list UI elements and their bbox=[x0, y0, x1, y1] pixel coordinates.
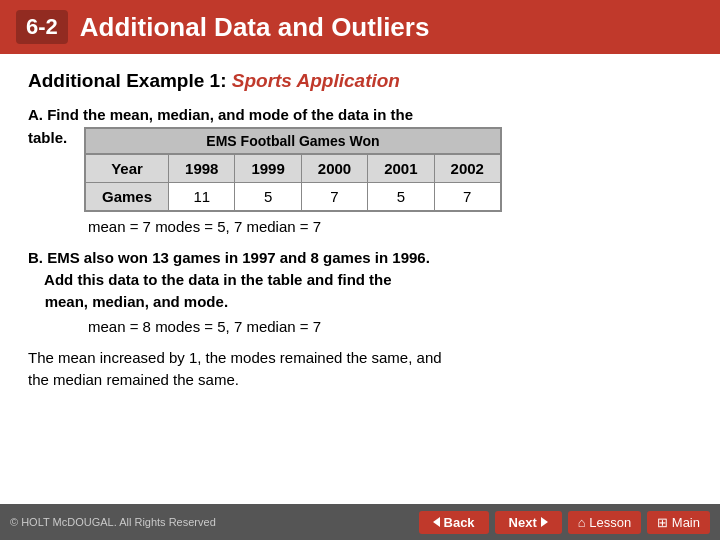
section-a-table-prefix: table. bbox=[28, 127, 84, 146]
back-arrow-icon bbox=[433, 517, 440, 527]
next-arrow-icon bbox=[541, 517, 548, 527]
table-row-games: Games 11 5 7 5 7 bbox=[85, 183, 501, 212]
lesson-badge: 6-2 bbox=[16, 10, 68, 44]
section-b-body: EMS also won 13 games in 1997 and 8 game… bbox=[28, 249, 430, 310]
lesson-icon: ⌂ bbox=[578, 515, 586, 530]
conclusion: The mean increased by 1, the modes remai… bbox=[28, 347, 692, 391]
section-b-text: B. EMS also won 13 games in 1997 and 8 g… bbox=[28, 247, 692, 312]
table-container: EMS Football Games Won Year 1998 1999 20… bbox=[84, 127, 502, 212]
section-b: B. EMS also won 13 games in 1997 and 8 g… bbox=[28, 247, 692, 335]
nav-buttons: Back Next ⌂ Lesson ⊞ Main bbox=[419, 511, 710, 534]
lesson-label: Lesson bbox=[589, 515, 631, 530]
section-b-stats: mean = 8 modes = 5, 7 median = 7 bbox=[88, 318, 692, 335]
subtitle-italic: Sports Application bbox=[226, 70, 399, 91]
section-a-label: A. bbox=[28, 106, 47, 123]
section-b-label: B. bbox=[28, 249, 47, 266]
conclusion-text: The mean increased by 1, the modes remai… bbox=[28, 349, 442, 388]
header-title: Additional Data and Outliers bbox=[80, 12, 430, 43]
next-button[interactable]: Next bbox=[495, 511, 562, 534]
section-a: A. Find the mean, median, and mode of th… bbox=[28, 106, 692, 235]
table-cell-2001: 2001 bbox=[368, 154, 434, 183]
table-cell-rowlabel: Year bbox=[85, 154, 169, 183]
footer: © HOLT McDOUGAL. All Rights Reserved Bac… bbox=[0, 504, 720, 540]
subtitle: Additional Example 1: Sports Application bbox=[28, 70, 692, 92]
ems-table: EMS Football Games Won Year 1998 1999 20… bbox=[84, 127, 502, 212]
subtitle-prefix: Additional Example 1: bbox=[28, 70, 226, 91]
table-cell-2000: 2000 bbox=[301, 154, 367, 183]
table-cell-1999: 1999 bbox=[235, 154, 301, 183]
copyright: © HOLT McDOUGAL. All Rights Reserved bbox=[10, 516, 216, 528]
table-cell-g2001: 5 bbox=[368, 183, 434, 212]
table-cell-games: Games bbox=[85, 183, 169, 212]
back-label: Back bbox=[444, 515, 475, 530]
table-cell-1998: 1998 bbox=[169, 154, 235, 183]
table-caption: EMS Football Games Won bbox=[84, 127, 502, 153]
back-button[interactable]: Back bbox=[419, 511, 489, 534]
table-cell-g1998: 11 bbox=[169, 183, 235, 212]
next-label: Next bbox=[509, 515, 537, 530]
main-button[interactable]: ⊞ Main bbox=[647, 511, 710, 534]
main-content: Additional Example 1: Sports Application… bbox=[0, 54, 720, 407]
table-cell-g2000: 7 bbox=[301, 183, 367, 212]
main-icon: ⊞ bbox=[657, 515, 668, 530]
section-a-stats: mean = 7 modes = 5, 7 median = 7 bbox=[88, 218, 692, 235]
table-cell-2002: 2002 bbox=[434, 154, 501, 183]
header: 6-2 Additional Data and Outliers bbox=[0, 0, 720, 54]
main-label: Main bbox=[672, 515, 700, 530]
table-cell-g1999: 5 bbox=[235, 183, 301, 212]
section-a-text: Find the mean, median, and mode of the d… bbox=[47, 106, 413, 123]
table-row-header: Year 1998 1999 2000 2001 2002 bbox=[85, 154, 501, 183]
lesson-button[interactable]: ⌂ Lesson bbox=[568, 511, 641, 534]
section-a-body: table. EMS Football Games Won Year 1998 … bbox=[28, 127, 692, 212]
table-cell-g2002: 7 bbox=[434, 183, 501, 212]
section-a-intro: A. Find the mean, median, and mode of th… bbox=[28, 106, 692, 123]
